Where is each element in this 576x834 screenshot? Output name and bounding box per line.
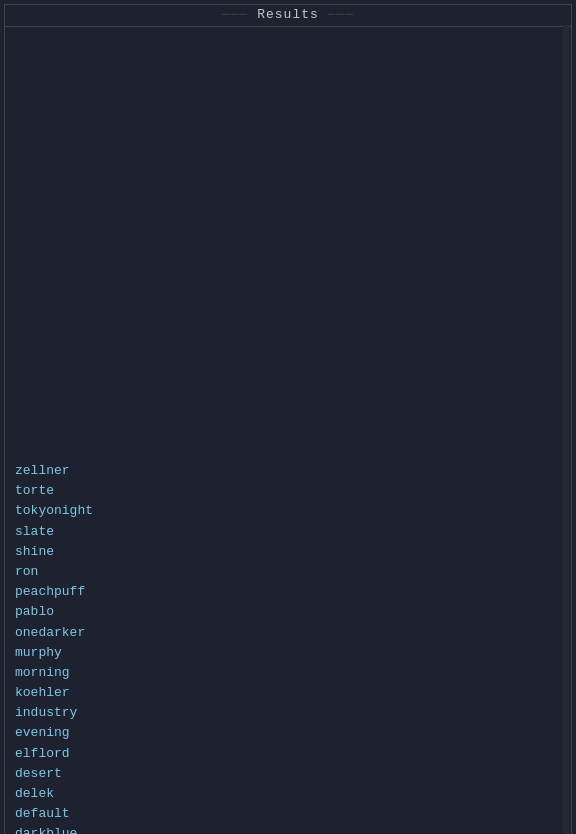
- list-item[interactable]: murphy: [5, 643, 571, 663]
- scrollbar[interactable]: [563, 25, 569, 834]
- results-title-text: Results: [257, 7, 319, 22]
- list-item[interactable]: default: [5, 804, 571, 824]
- list-item[interactable]: elflord: [5, 744, 571, 764]
- list-item[interactable]: shine: [5, 542, 571, 562]
- list-item[interactable]: evening: [5, 723, 571, 743]
- list-item[interactable]: morning: [5, 663, 571, 683]
- list-item[interactable]: desert: [5, 764, 571, 784]
- list-item[interactable]: onedarker: [5, 623, 571, 643]
- results-panel: Results zellnertortetokyonightslateshine…: [4, 4, 572, 834]
- list-item[interactable]: slate: [5, 522, 571, 542]
- empty-space: [5, 31, 571, 461]
- list-item[interactable]: pablo: [5, 602, 571, 622]
- list-item[interactable]: industry: [5, 703, 571, 723]
- list-item[interactable]: zellner: [5, 461, 571, 481]
- list-item[interactable]: koehler: [5, 683, 571, 703]
- results-content: zellnertortetokyonightslateshineronpeach…: [5, 27, 571, 834]
- list-item[interactable]: darkblue: [5, 824, 571, 834]
- list-item[interactable]: delek: [5, 784, 571, 804]
- list-item[interactable]: torte: [5, 481, 571, 501]
- list-item[interactable]: ron: [5, 562, 571, 582]
- results-panel-title: Results: [5, 5, 571, 27]
- item-list: zellnertortetokyonightslateshineronpeach…: [5, 461, 571, 834]
- list-item[interactable]: tokyonight: [5, 501, 571, 521]
- list-item[interactable]: peachpuff: [5, 582, 571, 602]
